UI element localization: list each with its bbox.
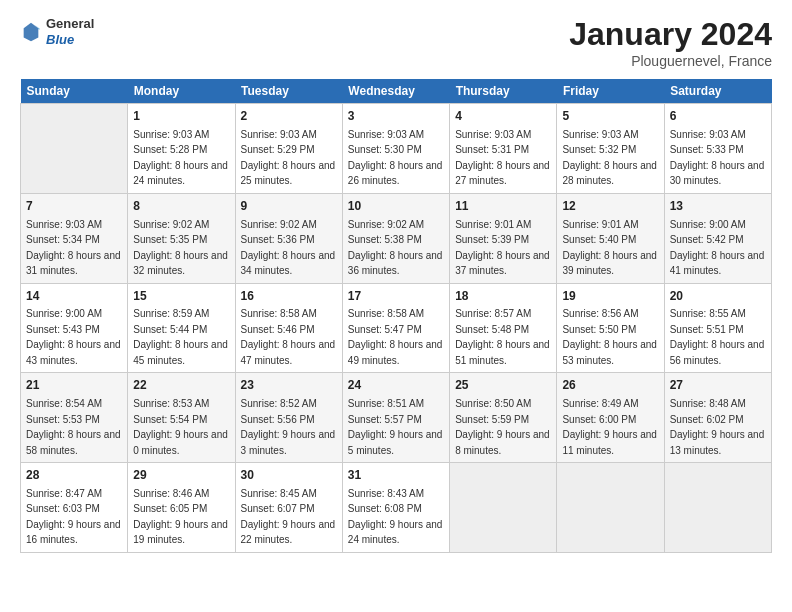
day-number: 24 [348,377,444,394]
day-cell: 6 Sunrise: 9:03 AMSunset: 5:33 PMDayligh… [664,104,771,194]
day-cell: 14 Sunrise: 9:00 AMSunset: 5:43 PMDaylig… [21,283,128,373]
day-number: 16 [241,288,337,305]
day-cell [557,463,664,553]
day-info: Sunrise: 9:02 AMSunset: 5:38 PMDaylight:… [348,219,443,277]
day-cell: 12 Sunrise: 9:01 AMSunset: 5:40 PMDaylig… [557,193,664,283]
day-number: 5 [562,108,658,125]
location: Plouguernevel, France [569,53,772,69]
calendar-table: Sunday Monday Tuesday Wednesday Thursday… [20,79,772,553]
day-cell: 13 Sunrise: 9:00 AMSunset: 5:42 PMDaylig… [664,193,771,283]
day-cell: 16 Sunrise: 8:58 AMSunset: 5:46 PMDaylig… [235,283,342,373]
day-cell: 9 Sunrise: 9:02 AMSunset: 5:36 PMDayligh… [235,193,342,283]
day-info: Sunrise: 8:47 AMSunset: 6:03 PMDaylight:… [26,488,121,546]
col-friday: Friday [557,79,664,104]
day-info: Sunrise: 9:02 AMSunset: 5:36 PMDaylight:… [241,219,336,277]
day-info: Sunrise: 9:03 AMSunset: 5:32 PMDaylight:… [562,129,657,187]
day-cell: 25 Sunrise: 8:50 AMSunset: 5:59 PMDaylig… [450,373,557,463]
month-title: January 2024 [569,16,772,53]
day-number: 29 [133,467,229,484]
day-info: Sunrise: 8:45 AMSunset: 6:07 PMDaylight:… [241,488,336,546]
day-info: Sunrise: 9:02 AMSunset: 5:35 PMDaylight:… [133,219,228,277]
day-cell: 28 Sunrise: 8:47 AMSunset: 6:03 PMDaylig… [21,463,128,553]
logo-blue: Blue [46,32,74,47]
header-row: Sunday Monday Tuesday Wednesday Thursday… [21,79,772,104]
day-number: 8 [133,198,229,215]
day-number: 28 [26,467,122,484]
day-info: Sunrise: 8:54 AMSunset: 5:53 PMDaylight:… [26,398,121,456]
day-info: Sunrise: 9:03 AMSunset: 5:33 PMDaylight:… [670,129,765,187]
day-number: 3 [348,108,444,125]
day-number: 4 [455,108,551,125]
day-info: Sunrise: 8:49 AMSunset: 6:00 PMDaylight:… [562,398,657,456]
day-info: Sunrise: 9:01 AMSunset: 5:39 PMDaylight:… [455,219,550,277]
day-info: Sunrise: 8:46 AMSunset: 6:05 PMDaylight:… [133,488,228,546]
day-cell [450,463,557,553]
day-cell: 24 Sunrise: 8:51 AMSunset: 5:57 PMDaylig… [342,373,449,463]
day-number: 19 [562,288,658,305]
day-number: 27 [670,377,766,394]
day-cell: 19 Sunrise: 8:56 AMSunset: 5:50 PMDaylig… [557,283,664,373]
day-number: 14 [26,288,122,305]
day-number: 20 [670,288,766,305]
title-block: January 2024 Plouguernevel, France [569,16,772,69]
day-cell [21,104,128,194]
day-info: Sunrise: 9:00 AMSunset: 5:42 PMDaylight:… [670,219,765,277]
day-cell: 5 Sunrise: 9:03 AMSunset: 5:32 PMDayligh… [557,104,664,194]
day-number: 17 [348,288,444,305]
day-info: Sunrise: 8:51 AMSunset: 5:57 PMDaylight:… [348,398,443,456]
col-wednesday: Wednesday [342,79,449,104]
week-row-2: 14 Sunrise: 9:00 AMSunset: 5:43 PMDaylig… [21,283,772,373]
day-cell: 20 Sunrise: 8:55 AMSunset: 5:51 PMDaylig… [664,283,771,373]
day-number: 26 [562,377,658,394]
col-tuesday: Tuesday [235,79,342,104]
day-info: Sunrise: 8:52 AMSunset: 5:56 PMDaylight:… [241,398,336,456]
day-number: 15 [133,288,229,305]
week-row-0: 1 Sunrise: 9:03 AMSunset: 5:28 PMDayligh… [21,104,772,194]
day-cell: 11 Sunrise: 9:01 AMSunset: 5:39 PMDaylig… [450,193,557,283]
day-info: Sunrise: 8:48 AMSunset: 6:02 PMDaylight:… [670,398,765,456]
day-cell: 31 Sunrise: 8:43 AMSunset: 6:08 PMDaylig… [342,463,449,553]
day-info: Sunrise: 9:03 AMSunset: 5:31 PMDaylight:… [455,129,550,187]
day-cell [664,463,771,553]
day-cell: 26 Sunrise: 8:49 AMSunset: 6:00 PMDaylig… [557,373,664,463]
day-number: 31 [348,467,444,484]
day-number: 18 [455,288,551,305]
day-cell: 30 Sunrise: 8:45 AMSunset: 6:07 PMDaylig… [235,463,342,553]
header: General Blue January 2024 Plouguernevel,… [20,16,772,69]
day-number: 21 [26,377,122,394]
day-info: Sunrise: 8:57 AMSunset: 5:48 PMDaylight:… [455,308,550,366]
day-number: 25 [455,377,551,394]
logo: General Blue [20,16,94,47]
logo-icon [20,21,42,43]
day-cell: 7 Sunrise: 9:03 AMSunset: 5:34 PMDayligh… [21,193,128,283]
day-cell: 27 Sunrise: 8:48 AMSunset: 6:02 PMDaylig… [664,373,771,463]
main-container: General Blue January 2024 Plouguernevel,… [0,0,792,563]
col-thursday: Thursday [450,79,557,104]
day-number: 9 [241,198,337,215]
day-cell: 23 Sunrise: 8:52 AMSunset: 5:56 PMDaylig… [235,373,342,463]
day-number: 23 [241,377,337,394]
logo-text: General Blue [46,16,94,47]
day-cell: 8 Sunrise: 9:02 AMSunset: 5:35 PMDayligh… [128,193,235,283]
day-number: 1 [133,108,229,125]
col-sunday: Sunday [21,79,128,104]
day-cell: 17 Sunrise: 8:58 AMSunset: 5:47 PMDaylig… [342,283,449,373]
day-cell: 22 Sunrise: 8:53 AMSunset: 5:54 PMDaylig… [128,373,235,463]
day-info: Sunrise: 8:43 AMSunset: 6:08 PMDaylight:… [348,488,443,546]
day-number: 6 [670,108,766,125]
week-row-1: 7 Sunrise: 9:03 AMSunset: 5:34 PMDayligh… [21,193,772,283]
day-info: Sunrise: 8:56 AMSunset: 5:50 PMDaylight:… [562,308,657,366]
day-number: 10 [348,198,444,215]
day-cell: 1 Sunrise: 9:03 AMSunset: 5:28 PMDayligh… [128,104,235,194]
day-number: 7 [26,198,122,215]
day-number: 2 [241,108,337,125]
day-info: Sunrise: 8:59 AMSunset: 5:44 PMDaylight:… [133,308,228,366]
col-saturday: Saturday [664,79,771,104]
day-info: Sunrise: 9:03 AMSunset: 5:29 PMDaylight:… [241,129,336,187]
day-info: Sunrise: 9:01 AMSunset: 5:40 PMDaylight:… [562,219,657,277]
day-number: 13 [670,198,766,215]
week-row-3: 21 Sunrise: 8:54 AMSunset: 5:53 PMDaylig… [21,373,772,463]
day-info: Sunrise: 9:00 AMSunset: 5:43 PMDaylight:… [26,308,121,366]
day-info: Sunrise: 8:58 AMSunset: 5:47 PMDaylight:… [348,308,443,366]
day-cell: 21 Sunrise: 8:54 AMSunset: 5:53 PMDaylig… [21,373,128,463]
